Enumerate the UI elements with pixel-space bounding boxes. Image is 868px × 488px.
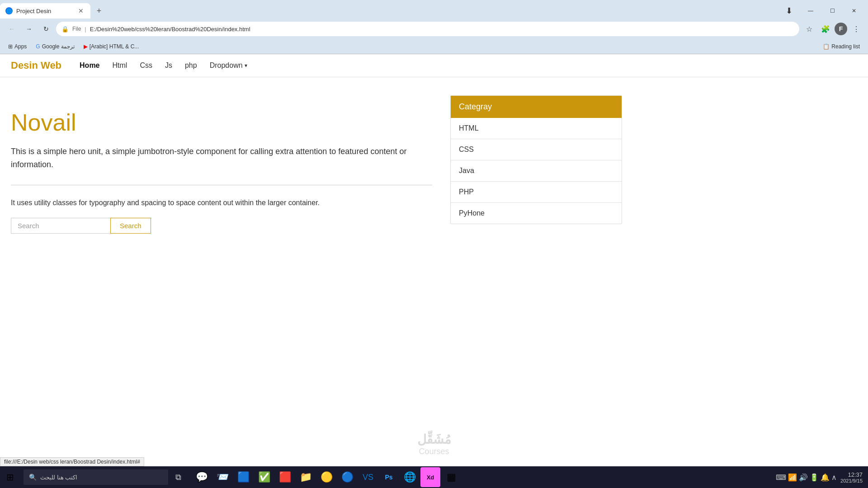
address-separator: | [85,26,86,33]
sidebar-item-css[interactable]: CSS [451,139,622,160]
bookmark-youtube[interactable]: ▶ [Arabic] HTML & C... [80,42,143,51]
search-button[interactable]: Search [110,218,151,234]
jumbotron-divider [11,185,432,185]
protocol-label: File [72,26,81,32]
nav-link-home[interactable]: Home [80,61,99,70]
apps-label: Apps [14,43,27,50]
sidebar-card: Categray HTML CSS Java PHP PyHone [450,95,622,224]
back-button[interactable]: ← [5,22,19,36]
bookmark-apps[interactable]: ⊞ Apps [5,42,30,51]
jumbotron-description: This is a simple hero unit, a simple jum… [11,145,432,171]
minimize-button[interactable]: — [800,3,821,19]
youtube-label: [Arabic] HTML & C... [90,43,139,50]
security-icon: 🔒 [61,26,69,33]
reading-list-icon: 📋 [823,43,830,50]
menu-button[interactable]: ⋮ [849,22,863,36]
maximize-button[interactable]: ☐ [822,3,843,19]
sidebar-item-html[interactable]: HTML [451,118,622,139]
tab-title: Project Desin [16,8,73,14]
nav-link-html[interactable]: Html [113,61,127,70]
sidebar: Categray HTML CSS Java PHP PyHone [450,95,622,256]
nav-dropdown[interactable]: Dropdown ▾ [210,61,247,70]
google-icon: G [36,43,40,50]
tab-favicon: 🌐 [5,7,13,14]
bookmarks-bar: ⊞ Apps G Google ترجمة ▶ [Arabic] HTML & … [0,39,868,54]
reading-list-button[interactable]: 📋 Reading list [819,42,863,51]
extensions-button[interactable]: 🧩 [818,22,833,36]
reload-button[interactable]: ↻ [39,22,53,36]
dropdown-label: Dropdown [210,61,243,70]
tab-close-button[interactable]: ✕ [77,7,85,15]
sidebar-item-java[interactable]: Java [451,160,622,182]
nav-link-css[interactable]: Css [140,61,152,70]
jumbotron-sub-text: It uses utility classes for typography a… [11,199,432,207]
sidebar-header: Categray [451,96,622,118]
window-controls: ⬇ — ☐ ✕ [778,3,868,19]
search-input[interactable] [11,218,110,234]
url-text: E:/Desin%20web/css%20leran/Boostrad%20De… [90,26,794,33]
reading-list-label: Reading list [831,43,860,50]
browser-toolbar: ← → ↻ 🔒 File | E:/Desin%20web/css%20lera… [0,19,868,39]
nav-link-js[interactable]: Js [165,61,172,70]
jumbotron: Novail This is a simple hero unit, a sim… [11,95,432,256]
new-tab-button[interactable]: + [92,4,106,18]
main-content: Novail This is a simple hero unit, a sim… [11,95,432,256]
navbar: Desin Web Home Html Css Js php Dropdown … [0,54,868,77]
browser-chrome: 🌐 Project Desin ✕ + ⬇ — ☐ ✕ ← → ↻ 🔒 File… [0,0,868,54]
browser-tab-active[interactable]: 🌐 Project Desin ✕ [0,3,90,19]
google-translate-label: Google ترجمة [42,43,75,50]
address-bar[interactable]: 🔒 File | E:/Desin%20web/css%20leran/Boos… [56,22,799,36]
close-button[interactable]: ✕ [844,3,864,19]
sidebar-item-php[interactable]: PHP [451,182,622,203]
page-content: Novail This is a simple hero unit, a sim… [0,77,633,274]
toolbar-actions: ☆ 🧩 F ⋮ [802,22,863,36]
search-group: Search [11,218,432,234]
bookmark-google-translate[interactable]: G Google ترجمة [32,42,78,51]
star-button[interactable]: ☆ [802,22,816,36]
youtube-icon: ▶ [84,43,88,50]
sidebar-item-pyhone[interactable]: PyHone [451,203,622,224]
tab-bar: 🌐 Project Desin ✕ + ⬇ — ☐ ✕ [0,0,868,19]
profile-button[interactable]: F [835,23,847,35]
webpage: Desin Web Home Html Css Js php Dropdown … [0,54,868,274]
forward-button[interactable]: → [22,22,36,36]
apps-grid-icon: ⊞ [8,43,13,50]
nav-link-php[interactable]: php [185,61,197,70]
dropdown-arrow-icon: ▾ [245,62,247,69]
jumbotron-title: Novail [11,109,432,136]
navbar-brand[interactable]: Desin Web [11,60,61,71]
cast-button[interactable]: ⬇ [778,3,799,19]
